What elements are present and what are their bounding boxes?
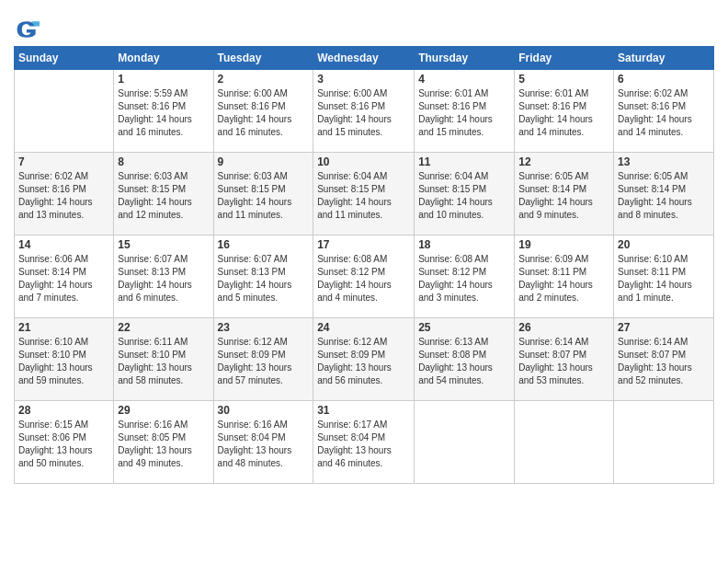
calendar-cell xyxy=(515,401,614,484)
day-number: 31 xyxy=(317,404,410,417)
calendar-cell: 15Sunrise: 6:07 AM Sunset: 8:13 PM Dayli… xyxy=(114,236,213,318)
calendar-cell: 13Sunrise: 6:05 AM Sunset: 8:14 PM Dayli… xyxy=(614,153,714,236)
day-info: Sunrise: 6:03 AM Sunset: 8:15 PM Dayligh… xyxy=(218,170,310,222)
day-info: Sunrise: 6:08 AM Sunset: 8:12 PM Dayligh… xyxy=(317,253,410,304)
day-info: Sunrise: 6:13 AM Sunset: 8:08 PM Dayligh… xyxy=(418,336,510,387)
day-number: 21 xyxy=(18,321,109,334)
calendar-cell: 25Sunrise: 6:13 AM Sunset: 8:08 PM Dayli… xyxy=(415,318,515,401)
day-number: 9 xyxy=(218,155,310,168)
day-number: 14 xyxy=(18,238,109,251)
day-info: Sunrise: 6:00 AM Sunset: 8:16 PM Dayligh… xyxy=(317,87,410,139)
calendar-cell xyxy=(614,401,714,484)
day-info: Sunrise: 6:04 AM Sunset: 8:15 PM Dayligh… xyxy=(418,170,510,222)
day-info: Sunrise: 5:59 AM Sunset: 8:16 PM Dayligh… xyxy=(118,87,209,139)
calendar-cell: 24Sunrise: 6:12 AM Sunset: 8:09 PM Dayli… xyxy=(313,318,415,401)
logo xyxy=(14,17,43,42)
calendar-cell: 27Sunrise: 6:14 AM Sunset: 8:07 PM Dayli… xyxy=(614,318,714,401)
calendar-week-row: 21Sunrise: 6:10 AM Sunset: 8:10 PM Dayli… xyxy=(15,318,714,401)
weekday-header: Monday xyxy=(114,47,213,70)
day-number: 28 xyxy=(18,404,109,417)
day-number: 8 xyxy=(118,155,209,168)
day-info: Sunrise: 6:08 AM Sunset: 8:12 PM Dayligh… xyxy=(418,253,510,304)
day-number: 25 xyxy=(418,321,510,334)
day-number: 20 xyxy=(618,238,710,251)
calendar-cell: 31Sunrise: 6:17 AM Sunset: 8:04 PM Dayli… xyxy=(313,401,415,484)
day-info: Sunrise: 6:10 AM Sunset: 8:10 PM Dayligh… xyxy=(18,336,109,387)
day-number: 29 xyxy=(118,404,209,417)
day-info: Sunrise: 6:17 AM Sunset: 8:04 PM Dayligh… xyxy=(317,419,410,470)
calendar-cell: 10Sunrise: 6:04 AM Sunset: 8:15 PM Dayli… xyxy=(313,153,415,236)
day-number: 18 xyxy=(418,238,510,251)
calendar-cell: 9Sunrise: 6:03 AM Sunset: 8:15 PM Daylig… xyxy=(213,153,313,236)
calendar-cell: 23Sunrise: 6:12 AM Sunset: 8:09 PM Dayli… xyxy=(213,318,313,401)
calendar-cell: 21Sunrise: 6:10 AM Sunset: 8:10 PM Dayli… xyxy=(15,318,114,401)
calendar-cell: 16Sunrise: 6:07 AM Sunset: 8:13 PM Dayli… xyxy=(213,236,313,318)
day-info: Sunrise: 6:01 AM Sunset: 8:16 PM Dayligh… xyxy=(418,87,510,139)
day-info: Sunrise: 6:03 AM Sunset: 8:15 PM Dayligh… xyxy=(118,170,209,222)
weekday-header: Friday xyxy=(515,47,614,70)
day-number: 3 xyxy=(317,73,410,86)
day-number: 10 xyxy=(317,155,410,168)
day-info: Sunrise: 6:01 AM Sunset: 8:16 PM Dayligh… xyxy=(518,87,609,139)
day-number: 11 xyxy=(418,155,510,168)
day-number: 17 xyxy=(317,238,410,251)
calendar-cell: 20Sunrise: 6:10 AM Sunset: 8:11 PM Dayli… xyxy=(614,236,714,318)
day-number: 7 xyxy=(18,155,109,168)
day-number: 19 xyxy=(518,238,609,251)
calendar-cell: 7Sunrise: 6:02 AM Sunset: 8:16 PM Daylig… xyxy=(15,153,114,236)
day-number: 22 xyxy=(118,321,209,334)
weekday-header: Wednesday xyxy=(313,47,415,70)
day-info: Sunrise: 6:07 AM Sunset: 8:13 PM Dayligh… xyxy=(118,253,209,304)
day-number: 6 xyxy=(618,73,710,86)
calendar-cell: 19Sunrise: 6:09 AM Sunset: 8:11 PM Dayli… xyxy=(515,236,614,318)
day-info: Sunrise: 6:05 AM Sunset: 8:14 PM Dayligh… xyxy=(618,170,710,222)
calendar-cell: 14Sunrise: 6:06 AM Sunset: 8:14 PM Dayli… xyxy=(15,236,114,318)
day-number: 5 xyxy=(518,73,609,86)
day-info: Sunrise: 6:06 AM Sunset: 8:14 PM Dayligh… xyxy=(18,253,109,304)
calendar-week-row: 28Sunrise: 6:15 AM Sunset: 8:06 PM Dayli… xyxy=(15,401,714,484)
calendar-cell: 8Sunrise: 6:03 AM Sunset: 8:15 PM Daylig… xyxy=(114,153,213,236)
day-info: Sunrise: 6:09 AM Sunset: 8:11 PM Dayligh… xyxy=(518,253,609,304)
day-info: Sunrise: 6:14 AM Sunset: 8:07 PM Dayligh… xyxy=(518,336,609,387)
day-number: 16 xyxy=(218,238,310,251)
day-number: 15 xyxy=(118,238,209,251)
logo-icon xyxy=(14,17,40,42)
calendar-table: SundayMondayTuesdayWednesdayThursdayFrid… xyxy=(14,46,714,484)
day-info: Sunrise: 6:02 AM Sunset: 8:16 PM Dayligh… xyxy=(18,170,109,222)
day-number: 26 xyxy=(518,321,609,334)
calendar-cell: 5Sunrise: 6:01 AM Sunset: 8:16 PM Daylig… xyxy=(515,70,614,153)
day-number: 1 xyxy=(118,73,209,86)
day-info: Sunrise: 6:16 AM Sunset: 8:04 PM Dayligh… xyxy=(218,419,310,470)
day-info: Sunrise: 6:00 AM Sunset: 8:16 PM Dayligh… xyxy=(218,87,310,139)
day-info: Sunrise: 6:04 AM Sunset: 8:15 PM Dayligh… xyxy=(317,170,410,222)
day-info: Sunrise: 6:16 AM Sunset: 8:05 PM Dayligh… xyxy=(118,419,209,470)
calendar-cell: 29Sunrise: 6:16 AM Sunset: 8:05 PM Dayli… xyxy=(114,401,213,484)
calendar-cell xyxy=(15,70,114,153)
day-info: Sunrise: 6:07 AM Sunset: 8:13 PM Dayligh… xyxy=(218,253,310,304)
weekday-header: Sunday xyxy=(15,47,114,70)
day-number: 4 xyxy=(418,73,510,86)
calendar-cell: 28Sunrise: 6:15 AM Sunset: 8:06 PM Dayli… xyxy=(15,401,114,484)
day-info: Sunrise: 6:02 AM Sunset: 8:16 PM Dayligh… xyxy=(618,87,710,139)
day-number: 24 xyxy=(317,321,410,334)
calendar-cell: 3Sunrise: 6:00 AM Sunset: 8:16 PM Daylig… xyxy=(313,70,415,153)
day-info: Sunrise: 6:12 AM Sunset: 8:09 PM Dayligh… xyxy=(218,336,310,387)
calendar-cell: 17Sunrise: 6:08 AM Sunset: 8:12 PM Dayli… xyxy=(313,236,415,318)
day-number: 27 xyxy=(618,321,710,334)
calendar-cell: 6Sunrise: 6:02 AM Sunset: 8:16 PM Daylig… xyxy=(614,70,714,153)
calendar-cell xyxy=(415,401,515,484)
day-info: Sunrise: 6:11 AM Sunset: 8:10 PM Dayligh… xyxy=(118,336,209,387)
calendar-cell: 18Sunrise: 6:08 AM Sunset: 8:12 PM Dayli… xyxy=(415,236,515,318)
day-info: Sunrise: 6:12 AM Sunset: 8:09 PM Dayligh… xyxy=(317,336,410,387)
calendar-week-row: 14Sunrise: 6:06 AM Sunset: 8:14 PM Dayli… xyxy=(15,236,714,318)
day-number: 13 xyxy=(618,155,710,168)
day-info: Sunrise: 6:05 AM Sunset: 8:14 PM Dayligh… xyxy=(518,170,609,222)
day-info: Sunrise: 6:10 AM Sunset: 8:11 PM Dayligh… xyxy=(618,253,710,304)
calendar-cell: 22Sunrise: 6:11 AM Sunset: 8:10 PM Dayli… xyxy=(114,318,213,401)
weekday-header: Saturday xyxy=(614,47,714,70)
calendar-week-row: 7Sunrise: 6:02 AM Sunset: 8:16 PM Daylig… xyxy=(15,153,714,236)
calendar-cell: 12Sunrise: 6:05 AM Sunset: 8:14 PM Dayli… xyxy=(515,153,614,236)
day-number: 23 xyxy=(218,321,310,334)
calendar-header-row: SundayMondayTuesdayWednesdayThursdayFrid… xyxy=(15,47,714,70)
day-number: 30 xyxy=(218,404,310,417)
